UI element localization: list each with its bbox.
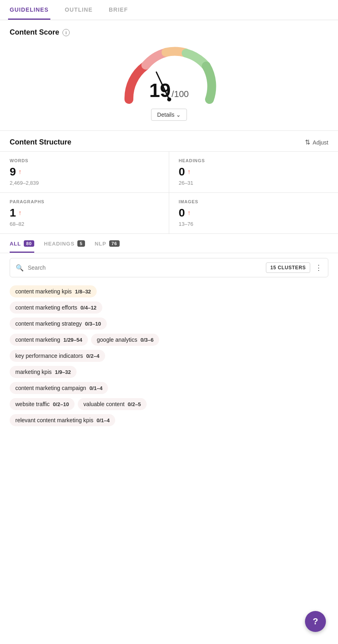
- kw-row-5: marketing kpis 1/9–32: [10, 366, 328, 378]
- kw-row-3: content marketing 1/29–54 google analyti…: [10, 334, 328, 346]
- content-score-section: Content Score i 19 /100: [0, 20, 338, 130]
- kw-tab-headings[interactable]: HEADINGS 5: [44, 240, 85, 253]
- gauge-visual: 19 /100: [113, 43, 226, 105]
- divider-kw: [0, 253, 338, 253]
- kw-tab-all[interactable]: ALL 80: [10, 240, 34, 253]
- struct-cell-headings: HEADINGS 0 ↑ 26–31: [169, 152, 338, 193]
- chevron-down-icon: ⌄: [176, 111, 181, 118]
- keywords-list: content marketing kpis 1/8–32 content ma…: [0, 282, 338, 436]
- content-structure-section: Content Structure ⇅ Adjust WORDS 9 ↑ 2,4…: [0, 131, 338, 234]
- kw-chip-content-marketing-campaign[interactable]: content marketing campaign 0/1–4: [10, 382, 108, 394]
- kw-row-2: content marketing strategy 0/3–10: [10, 318, 328, 330]
- kw-badge-headings: 5: [77, 240, 85, 247]
- kw-chip-valuable-content[interactable]: valuable content 0/2–5: [78, 398, 147, 410]
- tab-outline[interactable]: OUTLINE: [63, 0, 94, 20]
- kw-chip-google-analytics[interactable]: google analytics 0/3–6: [91, 334, 159, 346]
- kw-row-8: relevant content marketing kpis 0/1–4: [10, 414, 328, 426]
- tab-bar: GUIDELINES OUTLINE BRIEF: [0, 0, 338, 20]
- arrow-up-icon: ↑: [19, 209, 22, 217]
- kw-row-7: website traffic 0/2–10 valuable content …: [10, 398, 328, 410]
- struct-cell-words: WORDS 9 ↑ 2,469–2,839: [0, 152, 169, 193]
- struct-cell-images: IMAGES 0 ↑ 13–76: [169, 193, 338, 234]
- help-button[interactable]: ?: [305, 611, 326, 632]
- arrow-up-icon: ↑: [187, 168, 191, 175]
- keyword-tab-bar: ALL 80 HEADINGS 5 NLP 76: [0, 234, 338, 253]
- kw-chip-content-marketing-kpis[interactable]: content marketing kpis 1/8–32: [10, 285, 97, 297]
- kw-badge-nlp: 76: [109, 240, 120, 247]
- sliders-icon: ⇅: [305, 138, 310, 146]
- kw-badge-all: 80: [24, 240, 34, 247]
- kw-chip-content-marketing-strategy[interactable]: content marketing strategy 0/3–10: [10, 318, 107, 330]
- more-options-icon[interactable]: ⋮: [315, 263, 322, 272]
- kw-chip-website-traffic[interactable]: website traffic 0/2–10: [10, 398, 75, 410]
- struct-cell-paragraphs: PARAGRAPHS 1 ↑ 68–82: [0, 193, 169, 234]
- info-icon[interactable]: i: [62, 29, 70, 36]
- search-input[interactable]: [28, 264, 266, 271]
- kw-chip-content-marketing-efforts[interactable]: content marketing efforts 0/4–12: [10, 301, 102, 314]
- gauge-container: 19 /100 Details ⌄: [10, 37, 328, 130]
- help-icon: ?: [313, 616, 318, 627]
- score-number: 19: [149, 79, 170, 101]
- score-total: /100: [172, 89, 189, 99]
- kw-chip-marketing-kpis[interactable]: marketing kpis 1/9–32: [10, 366, 77, 378]
- arrow-up-icon: ↑: [187, 209, 191, 217]
- details-button[interactable]: Details ⌄: [151, 109, 187, 121]
- search-bar[interactable]: 🔍 15 CLUSTERS ⋮: [10, 258, 328, 277]
- arrow-up-icon: ↑: [19, 168, 22, 175]
- kw-row-1: content marketing efforts 0/4–12: [10, 301, 328, 314]
- tab-guidelines[interactable]: GUIDELINES: [8, 0, 50, 20]
- kw-chip-key-performance-indicators[interactable]: key performance indicators 0/2–4: [10, 350, 105, 362]
- kw-row-4: key performance indicators 0/2–4: [10, 350, 328, 362]
- kw-chip-content-marketing[interactable]: content marketing 1/29–54: [10, 334, 88, 346]
- kw-row-0: content marketing kpis 1/8–32: [10, 285, 328, 297]
- content-score-title: Content Score i: [10, 28, 328, 37]
- gauge-score: 19 /100: [149, 79, 189, 101]
- kw-row-6: content marketing campaign 0/1–4: [10, 382, 328, 394]
- struct-header: Content Structure ⇅ Adjust: [0, 131, 338, 151]
- clusters-button[interactable]: 15 CLUSTERS: [266, 262, 310, 273]
- kw-tab-nlp[interactable]: NLP 76: [95, 240, 120, 253]
- search-icon: 🔍: [16, 264, 24, 272]
- tab-brief[interactable]: BRIEF: [107, 0, 130, 20]
- structure-grid: WORDS 9 ↑ 2,469–2,839 HEADINGS 0 ↑ 26–31…: [0, 151, 338, 234]
- content-structure-title: Content Structure: [10, 138, 71, 147]
- kw-chip-relevant-content-marketing-kpis[interactable]: relevant content marketing kpis 0/1–4: [10, 414, 115, 426]
- adjust-button[interactable]: ⇅ Adjust: [305, 138, 328, 146]
